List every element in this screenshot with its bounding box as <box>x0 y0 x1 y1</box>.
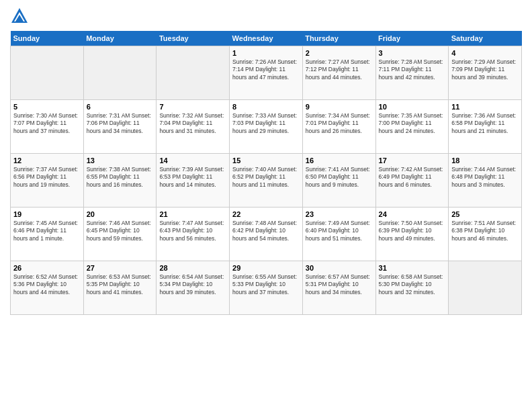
day-cell: 19Sunrise: 7:45 AM Sunset: 6:46 PM Dayli… <box>11 208 84 261</box>
day-cell: 28Sunrise: 6:54 AM Sunset: 5:34 PM Dayli… <box>157 261 230 315</box>
day-number: 13 <box>87 156 154 165</box>
logo <box>10 7 32 26</box>
day-cell: 6Sunrise: 7:31 AM Sunset: 7:06 PM Daylig… <box>83 100 157 154</box>
day-cell <box>157 46 230 100</box>
day-number: 24 <box>379 210 446 218</box>
day-number: 30 <box>306 264 373 272</box>
day-cell: 31Sunrise: 6:58 AM Sunset: 5:30 PM Dayli… <box>375 261 449 315</box>
day-details: Sunrise: 6:57 AM Sunset: 5:31 PM Dayligh… <box>306 273 373 296</box>
day-details: Sunrise: 7:44 AM Sunset: 6:48 PM Dayligh… <box>451 166 519 189</box>
day-cell: 14Sunrise: 7:39 AM Sunset: 6:53 PM Dayli… <box>157 154 230 208</box>
day-details: Sunrise: 7:35 AM Sunset: 7:00 PM Dayligh… <box>379 112 446 135</box>
day-number: 22 <box>232 210 300 218</box>
day-details: Sunrise: 7:46 AM Sunset: 6:45 PM Dayligh… <box>87 220 154 242</box>
day-cell: 7Sunrise: 7:32 AM Sunset: 7:04 PM Daylig… <box>157 100 230 154</box>
day-details: Sunrise: 7:41 AM Sunset: 6:50 PM Dayligh… <box>306 166 373 189</box>
day-details: Sunrise: 6:55 AM Sunset: 5:33 PM Dayligh… <box>232 273 300 296</box>
day-number: 5 <box>13 103 81 111</box>
day-cell: 25Sunrise: 7:51 AM Sunset: 6:38 PM Dayli… <box>449 208 522 261</box>
day-cell <box>83 46 157 100</box>
calendar-table: SundayMondayTuesdayWednesdayThursdayFrid… <box>10 31 522 315</box>
col-header-monday: Monday <box>83 31 157 46</box>
day-cell: 12Sunrise: 7:37 AM Sunset: 6:56 PM Dayli… <box>11 154 84 208</box>
day-details: Sunrise: 7:28 AM Sunset: 7:11 PM Dayligh… <box>379 58 446 81</box>
day-cell: 5Sunrise: 7:30 AM Sunset: 7:07 PM Daylig… <box>11 100 84 154</box>
day-details: Sunrise: 7:48 AM Sunset: 6:42 PM Dayligh… <box>232 220 300 242</box>
day-details: Sunrise: 7:34 AM Sunset: 7:01 PM Dayligh… <box>306 112 373 135</box>
day-details: Sunrise: 7:36 AM Sunset: 6:58 PM Dayligh… <box>451 112 519 135</box>
day-number: 28 <box>159 264 226 272</box>
day-cell: 24Sunrise: 7:50 AM Sunset: 6:39 PM Dayli… <box>375 208 449 261</box>
day-number: 4 <box>451 49 519 57</box>
day-number: 25 <box>451 210 519 218</box>
day-cell: 8Sunrise: 7:33 AM Sunset: 7:03 PM Daylig… <box>230 100 303 154</box>
day-cell: 2Sunrise: 7:27 AM Sunset: 7:12 PM Daylig… <box>302 46 375 100</box>
day-number: 19 <box>13 210 81 218</box>
col-header-tuesday: Tuesday <box>157 31 230 46</box>
day-cell: 1Sunrise: 7:26 AM Sunset: 7:14 PM Daylig… <box>230 46 303 100</box>
day-details: Sunrise: 6:53 AM Sunset: 5:35 PM Dayligh… <box>87 273 154 296</box>
day-cell: 10Sunrise: 7:35 AM Sunset: 7:00 PM Dayli… <box>375 100 449 154</box>
day-number: 3 <box>379 49 446 57</box>
day-cell <box>11 46 84 100</box>
day-cell: 29Sunrise: 6:55 AM Sunset: 5:33 PM Dayli… <box>230 261 303 315</box>
logo-icon <box>10 7 29 26</box>
day-number: 14 <box>159 156 226 165</box>
day-details: Sunrise: 7:27 AM Sunset: 7:12 PM Dayligh… <box>306 58 373 81</box>
day-number: 2 <box>306 49 373 57</box>
day-cell: 21Sunrise: 7:47 AM Sunset: 6:43 PM Dayli… <box>157 208 230 261</box>
col-header-saturday: Saturday <box>449 31 522 46</box>
day-cell <box>449 261 522 315</box>
day-details: Sunrise: 7:42 AM Sunset: 6:49 PM Dayligh… <box>379 166 446 189</box>
day-details: Sunrise: 7:39 AM Sunset: 6:53 PM Dayligh… <box>159 166 226 189</box>
day-number: 31 <box>379 264 446 272</box>
week-row-1: 1Sunrise: 7:26 AM Sunset: 7:14 PM Daylig… <box>11 46 522 100</box>
day-cell: 15Sunrise: 7:40 AM Sunset: 6:52 PM Dayli… <box>230 154 303 208</box>
page: SundayMondayTuesdayWednesdayThursdayFrid… <box>0 0 532 411</box>
week-row-2: 5Sunrise: 7:30 AM Sunset: 7:07 PM Daylig… <box>11 100 522 154</box>
day-details: Sunrise: 6:52 AM Sunset: 5:36 PM Dayligh… <box>13 273 81 296</box>
day-number: 6 <box>87 103 154 111</box>
day-cell: 9Sunrise: 7:34 AM Sunset: 7:01 PM Daylig… <box>302 100 375 154</box>
day-number: 29 <box>232 264 300 272</box>
week-row-4: 19Sunrise: 7:45 AM Sunset: 6:46 PM Dayli… <box>11 208 522 261</box>
day-number: 20 <box>87 210 154 218</box>
day-details: Sunrise: 6:54 AM Sunset: 5:34 PM Dayligh… <box>159 273 226 296</box>
day-cell: 13Sunrise: 7:38 AM Sunset: 6:55 PM Dayli… <box>83 154 157 208</box>
day-number: 18 <box>451 156 519 165</box>
day-details: Sunrise: 7:26 AM Sunset: 7:14 PM Dayligh… <box>232 58 300 81</box>
day-details: Sunrise: 7:29 AM Sunset: 7:09 PM Dayligh… <box>451 58 519 81</box>
day-cell: 27Sunrise: 6:53 AM Sunset: 5:35 PM Dayli… <box>83 261 157 315</box>
day-details: Sunrise: 7:38 AM Sunset: 6:55 PM Dayligh… <box>87 166 154 189</box>
day-number: 21 <box>159 210 226 218</box>
day-cell: 16Sunrise: 7:41 AM Sunset: 6:50 PM Dayli… <box>302 154 375 208</box>
day-details: Sunrise: 7:30 AM Sunset: 7:07 PM Dayligh… <box>13 112 81 135</box>
day-number: 27 <box>87 264 154 272</box>
day-cell: 11Sunrise: 7:36 AM Sunset: 6:58 PM Dayli… <box>449 100 522 154</box>
header-row: SundayMondayTuesdayWednesdayThursdayFrid… <box>11 31 522 46</box>
day-number: 8 <box>232 103 300 111</box>
day-number: 7 <box>159 103 226 111</box>
day-details: Sunrise: 7:37 AM Sunset: 6:56 PM Dayligh… <box>13 166 81 189</box>
day-number: 1 <box>232 49 300 57</box>
day-number: 16 <box>306 156 373 165</box>
col-header-wednesday: Wednesday <box>230 31 303 46</box>
day-details: Sunrise: 7:31 AM Sunset: 7:06 PM Dayligh… <box>87 112 154 135</box>
day-details: Sunrise: 7:51 AM Sunset: 6:38 PM Dayligh… <box>451 220 519 242</box>
day-details: Sunrise: 7:40 AM Sunset: 6:52 PM Dayligh… <box>232 166 300 189</box>
day-number: 26 <box>13 264 81 272</box>
day-details: Sunrise: 7:33 AM Sunset: 7:03 PM Dayligh… <box>232 112 300 135</box>
day-number: 11 <box>451 103 519 111</box>
week-row-5: 26Sunrise: 6:52 AM Sunset: 5:36 PM Dayli… <box>11 261 522 315</box>
day-cell: 22Sunrise: 7:48 AM Sunset: 6:42 PM Dayli… <box>230 208 303 261</box>
day-details: Sunrise: 7:49 AM Sunset: 6:40 PM Dayligh… <box>306 220 373 242</box>
col-header-thursday: Thursday <box>302 31 375 46</box>
day-cell: 23Sunrise: 7:49 AM Sunset: 6:40 PM Dayli… <box>302 208 375 261</box>
day-cell: 4Sunrise: 7:29 AM Sunset: 7:09 PM Daylig… <box>449 46 522 100</box>
day-number: 15 <box>232 156 300 165</box>
day-details: Sunrise: 7:47 AM Sunset: 6:43 PM Dayligh… <box>159 220 226 242</box>
day-number: 23 <box>306 210 373 218</box>
day-number: 12 <box>13 156 81 165</box>
day-cell: 18Sunrise: 7:44 AM Sunset: 6:48 PM Dayli… <box>449 154 522 208</box>
week-row-3: 12Sunrise: 7:37 AM Sunset: 6:56 PM Dayli… <box>11 154 522 208</box>
